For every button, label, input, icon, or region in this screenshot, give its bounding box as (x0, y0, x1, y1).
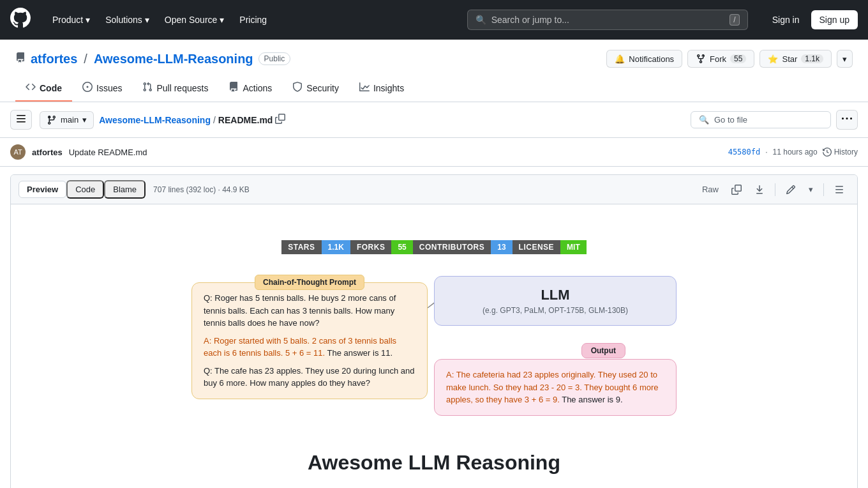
search-placeholder: Search or jump to... (491, 15, 725, 25)
sign-in-button[interactable]: Sign in (766, 10, 806, 29)
main-header: Product ▾ Solutions ▾ Open Source ▾ Pric… (0, 0, 868, 40)
branch-name: main (61, 115, 79, 125)
avatar: AT (10, 144, 26, 160)
toggle-sidebar-button[interactable] (10, 110, 32, 130)
breadcrumb-separator: / (213, 115, 216, 125)
diagram-wrap: Chain-of-Thought Prompt Q: Roger has 5 t… (191, 270, 677, 436)
main-nav: Product ▾ Solutions ▾ Open Source ▾ Pric… (46, 11, 273, 29)
go-to-file-search[interactable]: 🔍 Go to file (691, 111, 831, 128)
badge-license-label: LICENSE (513, 240, 561, 254)
output-suffix: The answer is 9. (562, 395, 622, 404)
tab-insights[interactable]: Insights (349, 75, 414, 102)
section-heading: Awesome LLM Reasoning (41, 451, 827, 475)
repo-slash: / (84, 52, 87, 66)
cot-a1-suffix: The answer is 11. (327, 348, 393, 358)
repo-owner-link[interactable]: atfortes (31, 52, 77, 66)
badge-stars-label: STARS (281, 240, 321, 254)
commit-author[interactable]: atfortes (32, 148, 63, 157)
breadcrumb: Awesome-LLM-Reasoning / README.md (99, 114, 285, 126)
file-actions: Raw ▾ (697, 181, 849, 198)
badge-forks-label: FORKS (350, 240, 392, 254)
history-link[interactable]: History (823, 148, 858, 156)
commit-meta: 45580fd · 11 hours ago History (728, 148, 858, 156)
badges-row: STARS 1.1K FORKS 55 CONTRIBUTORS 13 LICE… (41, 240, 827, 254)
badge-license: LICENSE MIT (513, 240, 587, 254)
outline-button[interactable] (829, 181, 849, 198)
visibility-badge: Public (258, 52, 291, 65)
preview-tab[interactable]: Preview (19, 181, 66, 198)
star-icon: ⭐ (768, 54, 778, 64)
badge-forks: FORKS 55 (350, 240, 413, 254)
tab-insights-label: Insights (373, 83, 404, 93)
tab-code[interactable]: Code (15, 75, 72, 102)
output-content-box: A: The cafeteria had 23 apples originall… (434, 359, 677, 416)
pr-icon (142, 82, 153, 94)
repo-nav: Code Issues Pull requests Actions Securi… (15, 75, 853, 102)
tab-security[interactable]: Security (282, 75, 349, 102)
commit-time: · (765, 148, 767, 156)
sign-up-button[interactable]: Sign up (811, 10, 858, 29)
download-button[interactable] (749, 181, 770, 198)
fork-button[interactable]: Fork 55 (687, 50, 754, 68)
chevron-down-icon: ▾ (220, 15, 224, 25)
notifications-button[interactable]: 🔔 Notifications (606, 50, 682, 68)
badge-stars-value: 1.1K (322, 240, 350, 254)
output-highlight: A: The cafeteria had 23 apples originall… (446, 370, 659, 404)
cot-label: Chain-of-Thought Prompt (255, 275, 364, 290)
commit-message: Update README.md (69, 148, 147, 157)
search-icon: 🔍 (475, 15, 486, 25)
go-to-file-placeholder: Go to file (714, 115, 747, 125)
nav-pricing[interactable]: Pricing (233, 11, 273, 29)
repo-title-row: atfortes / Awesome-LLM-Reasoning Public … (15, 50, 853, 68)
file-toolbar: Preview Code Blame 707 lines (392 loc) ·… (11, 175, 857, 204)
nav-open-source[interactable]: Open Source ▾ (158, 11, 231, 29)
blame-tab[interactable]: Blame (104, 180, 146, 199)
nav-solutions[interactable]: Solutions ▾ (99, 11, 156, 29)
repo-name-link[interactable]: Awesome-LLM-Reasoning (94, 52, 253, 66)
cot-a1: A: Roger started with 5 balls. 2 cans of… (204, 335, 415, 360)
repo-actions: 🔔 Notifications Fork 55 ⭐ Star 1.1k ▾ (606, 50, 853, 68)
github-logo[interactable] (10, 8, 31, 32)
badge-forks-value: 55 (391, 240, 412, 254)
nav-product[interactable]: Product ▾ (46, 11, 96, 29)
badge-license-value: MIT (560, 240, 587, 254)
separator2 (823, 183, 824, 196)
tab-actions[interactable]: Actions (218, 75, 282, 102)
cot-diagram: Chain-of-Thought Prompt Q: Roger has 5 t… (41, 270, 827, 436)
llm-title: LLM (446, 287, 664, 303)
llm-box: LLM (e.g. GPT3, PaLM, OPT-175B, GLM-130B… (434, 276, 677, 326)
copy-path-icon[interactable] (275, 114, 285, 126)
commit-sha[interactable]: 45580fd (728, 148, 761, 156)
shield-icon (292, 82, 303, 94)
chevron-down-icon: ▾ (145, 15, 149, 25)
breadcrumb-repo-link[interactable]: Awesome-LLM-Reasoning (99, 115, 211, 125)
tab-issues[interactable]: Issues (72, 75, 132, 102)
output-label: Output (581, 343, 625, 358)
search-bar[interactable]: 🔍 Search or jump to... / (467, 10, 748, 30)
file-viewer: Preview Code Blame 707 lines (392 loc) ·… (10, 174, 858, 488)
tab-actions-label: Actions (243, 83, 272, 93)
edit-button[interactable] (781, 181, 801, 198)
raw-button[interactable]: Raw (697, 181, 724, 197)
chevron-down-icon: ▾ (86, 15, 90, 25)
search-icon-small: 🔍 (699, 115, 709, 125)
separator (775, 183, 775, 196)
tab-security-label: Security (306, 83, 339, 93)
cot-q2: Q: The cafe has 23 apples. They use 20 d… (204, 365, 415, 390)
tab-prs[interactable]: Pull requests (132, 75, 218, 102)
branch-selector[interactable]: main ▾ (40, 111, 94, 129)
breadcrumb-row: main ▾ Awesome-LLM-Reasoning / README.md… (0, 102, 868, 138)
search-shortcut: / (730, 14, 739, 26)
star-dropdown-button[interactable]: ▾ (837, 50, 853, 68)
more-edit-options-button[interactable]: ▾ (804, 181, 818, 197)
code-tab[interactable]: Code (66, 180, 104, 199)
more-options-button[interactable] (836, 110, 858, 130)
graph-icon (359, 82, 370, 94)
star-button[interactable]: ⭐ Star 1.1k (760, 50, 832, 68)
tab-code-label: Code (40, 83, 62, 93)
bell-icon: 🔔 (615, 54, 625, 64)
badge-contributors-value: 13 (491, 240, 512, 254)
cot-q1: Q: Roger has 5 tennis balls. He buys 2 m… (204, 292, 415, 330)
repo-icon (15, 52, 26, 65)
copy-raw-button[interactable] (726, 181, 747, 198)
